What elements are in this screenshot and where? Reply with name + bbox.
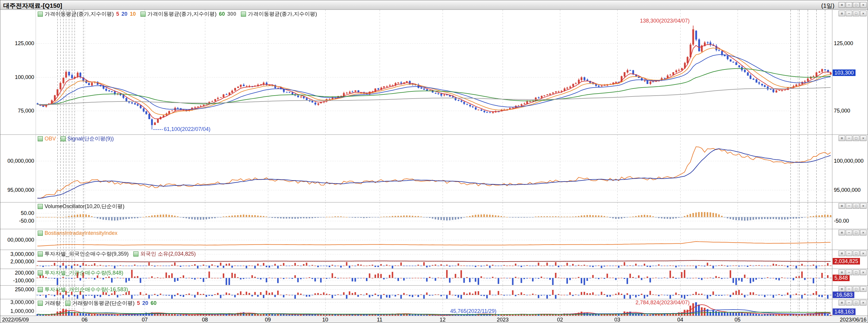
x-axis-month-label: 08 [202,317,208,323]
indicator-icon [133,252,138,257]
panel-close-button[interactable]: × [860,203,867,209]
legend-param: 20 [122,11,127,17]
panel-close-button[interactable]: × [860,251,867,256]
bost-chart-canvas[interactable] [36,229,832,250]
y-axis-label-left: 3,000,000 [1,251,34,257]
legend-item[interactable]: 투자자별_외국인순매수수량(9,359) [38,250,129,257]
y-axis-label-right: 95,000,000 [834,187,861,193]
annotation-price-low: 61,100(2022/07/04) [164,126,210,132]
indiv-chart-canvas[interactable] [36,285,832,299]
legend-item[interactable]: 거래량 [38,299,61,307]
y-axis-label-left: 50.00 [1,210,34,217]
legend-param: 10 [130,11,136,17]
legend-label: 가격이동평균(종가,지수이평) [248,10,317,18]
panel-maximize-button[interactable]: □ [853,135,859,141]
obv-chart-canvas[interactable] [36,134,832,202]
panel-minimize-button[interactable]: − [846,135,852,141]
legend-item[interactable]: 투자자별_기관순매수수량(5,848) [38,269,123,277]
panel-minimize-button[interactable]: − [846,251,852,256]
panel-minimize-button[interactable]: − [846,286,852,292]
legend-vol: 거래량거래량이동평균(단순이평)52060 [38,300,157,306]
indicator-icon [38,287,43,292]
panel-list-button[interactable]: ≡ [839,286,845,292]
legend-item[interactable]: OBV [38,136,56,142]
panel-maximize-button[interactable]: □ [853,11,859,16]
panel-list-button[interactable]: ≡ [839,2,845,8]
legend-item[interactable]: Signal(단순이평(9)) [61,135,114,142]
y-axis-label-left: -100,000 [1,277,34,284]
panel-close-button[interactable]: × [860,300,867,305]
indicator-icon [38,204,43,209]
legend-item[interactable]: 투자자별_개인순매수수량(-16,583) [38,286,128,293]
panel-list-button[interactable]: ≡ [839,251,845,256]
legend-item[interactable]: 가격이동평균(종가,지수이평)52010 [38,10,136,18]
panel-list-button[interactable]: ≡ [839,300,845,305]
panel-maximize-button[interactable]: □ [853,2,859,8]
legend-item[interactable]: 거래량이동평균(단순이평)52060 [65,299,157,307]
legend-item[interactable]: BostiansIntradayIntensityIndex [38,230,117,236]
y-axis-label-left: 75,000 [1,107,34,114]
panel-minimize-button[interactable]: − [846,230,852,235]
indicator-icon [38,11,43,17]
application-window: 대주전자재료-[Q150] (1일) ≡−□× ≡−□×≡−□×≡−□×≡−□×… [0,0,868,323]
y-axis-label-right: -50.00 [834,218,849,224]
indicator-icon [141,11,146,17]
panel-maximize-button[interactable]: □ [853,251,859,256]
legend-price: 가격이동평균(종가,지수이평)52010가격이동평균(종가,지수이평)60300… [38,11,317,17]
panel-close-button[interactable]: × [860,11,867,16]
vosc-chart-canvas[interactable] [36,202,832,229]
indicator-icon [65,301,70,306]
panel-divider [0,250,868,250]
legend-label: VolumeOscillator(10,20,단순이평) [44,203,124,210]
price-chart-canvas[interactable] [36,10,832,134]
panel-divider [0,202,868,202]
panel-maximize-button[interactable]: □ [853,300,859,305]
window-title-bar[interactable]: 대주전자재료-[Q150] (1일) ≡−□× [0,0,868,10]
legend-label: Signal(단순이평(9)) [67,135,114,142]
legend-item[interactable]: VolumeOscillator(10,20,단순이평) [38,203,124,210]
y-axis-label-left: 95,000,000 [1,187,34,193]
legend-label: 투자자별_개인순매수수량(-16,583) [44,286,128,293]
legend-item[interactable]: 가격이동평균(종가,지수이평) [241,10,317,18]
panel-list-button[interactable]: ≡ [839,269,845,275]
panel-list-button[interactable]: ≡ [839,203,845,209]
indicator-icon [38,270,43,276]
panel-close-button[interactable]: × [860,269,867,275]
panel-close-button[interactable]: × [860,230,867,235]
price-value-badge: 103,300 [833,69,856,76]
panel-toolbar: ≡−□× [839,300,867,305]
panel-maximize-button[interactable]: □ [853,269,859,275]
y-axis-label-left: -50.00 [1,218,34,224]
panel-list-button[interactable]: ≡ [839,135,845,141]
x-axis-month-label: 06 [82,317,88,323]
y-axis-label-left: 100,000 [1,74,34,80]
panel-maximize-button[interactable]: □ [853,286,859,292]
panel-minimize-button[interactable]: − [846,300,852,305]
panel-close-button[interactable]: × [860,286,867,292]
legend-vosc: VolumeOscillator(10,20,단순이평) [38,203,124,209]
y-axis-label-left: 2,000,000 [1,258,34,265]
legend-label: 투자자별_외국인순매수수량(9,359) [44,250,129,257]
panel-divider [0,269,868,269]
legend-item[interactable]: 외국인 소유(2,034,825) [133,250,196,257]
inst-chart-canvas[interactable] [36,269,832,285]
y-axis-label-left: 00,000,000 [1,237,34,243]
panel-toolbar: ≡−□× [839,11,867,16]
panel-minimize-button[interactable]: − [846,11,852,16]
panel-minimize-button[interactable]: − [846,269,852,275]
legend-item[interactable]: 가격이동평균(종가,지수이평)60300 [141,10,236,18]
panel-close-button[interactable]: × [860,2,867,8]
panel-maximize-button[interactable]: □ [853,203,859,209]
panel-list-button[interactable]: ≡ [839,11,845,16]
panel-toolbar: ≡−□× [839,286,867,292]
panel-list-button[interactable]: ≡ [839,230,845,235]
x-axis-end-label: 2023/06/16 [840,317,867,323]
panel-maximize-button[interactable]: □ [853,230,859,235]
legend-param: 300 [227,11,236,17]
annotation-price-high: 138,300(2023/04/07) [640,18,689,24]
legend-label: 거래량 [44,299,61,307]
panel-minimize-button[interactable]: − [846,203,852,209]
panel-minimize-button[interactable]: − [846,2,852,8]
legend-param: 60 [219,11,225,17]
panel-close-button[interactable]: × [860,135,867,141]
